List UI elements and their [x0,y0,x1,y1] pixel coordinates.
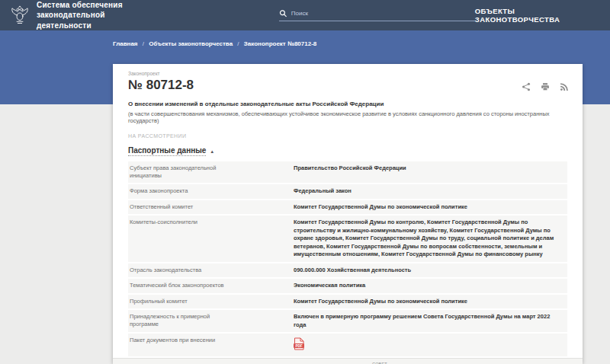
breadcrumb-separator: / [237,40,239,47]
passport-table: Субъект права законодательной инициативы… [128,161,567,358]
row-value: Комитет Государственной Думы по экономич… [294,295,567,309]
search-box[interactable] [279,9,475,21]
bill-title: О внесении изменений в отдельные законод… [128,101,567,107]
stages-section: СТАДИИ РАССМОТРЕНИЯ 1 2 3 [113,358,583,364]
row-value: Правительство Российской Федерации [294,161,567,183]
card-actions [522,82,569,91]
breadcrumb: Главная / Объекты законотворчества / Зак… [113,40,316,47]
top-header-bar: Система обеспечения законодательной деят… [0,0,610,30]
status-badge: НА РАССМОТРЕНИИ [128,133,567,139]
table-row: Принадлежность к примерной программе Вкл… [128,310,567,334]
row-label: Комитеты-соисполнители [128,216,294,262]
rss-icon[interactable] [560,82,569,91]
bill-kind-label: Законопроект [128,71,567,76]
row-label: Пакет документов при внесении [128,334,294,356]
row-value: Комитет Государственной Думы по контролю… [294,216,567,262]
site-logo-link[interactable] [9,5,30,26]
table-row: Форма законопроекта Федеральный закон [128,184,567,200]
row-value: Комитет Государственной Думы по экономич… [294,200,567,215]
row-value: 090.000.000 Хозяйственная деятельность [294,263,567,278]
table-row: Субъект права законодательной инициативы… [128,161,567,184]
row-label: Принадлежность к примерной программе [128,310,294,332]
share-icon[interactable] [522,82,531,91]
row-value: Экономическая политика [294,279,567,293]
table-row: Отрасль законодательства 090.000.000 Хоз… [128,263,567,279]
passport-section-toggle[interactable]: Паспортные данные ▲ [128,146,214,156]
breadcrumb-separator: / [143,40,144,47]
row-label: Форма законопроекта [128,184,294,199]
row-label: Ответственный комитет [128,200,294,215]
row-label: Отрасль законодательства [128,263,294,278]
pdf-document-icon[interactable]: PDF [294,337,304,350]
table-row: Пакет документов при внесении PDF [128,334,567,358]
chevron-up-icon: ▲ [210,149,214,154]
breadcrumb-current-bill: Законопроект №80712-8 [244,40,316,47]
bill-card-main: Законопроект № 80712-8 [113,64,583,358]
table-row: Тематический блок законопроектов Экономи… [128,279,567,295]
bill-card: Законопроект № 80712-8 [113,64,583,364]
table-row: Ответственный комитет Комитет Государств… [128,200,567,216]
breadcrumb-objects[interactable]: Объекты законотворчества [149,40,233,47]
breadcrumb-home[interactable]: Главная [113,40,138,47]
table-row: Профильный комитет Комитет Государственн… [128,295,567,311]
row-label: Тематический блок законопроектов [128,279,294,293]
bill-subtitle: (в части совершенствования механизмов, о… [128,110,567,124]
site-title: Система обеспечения законодательной деят… [37,0,161,30]
coat-of-arms-icon [9,5,30,26]
table-row: Комитеты-соисполнители Комитет Государст… [128,216,567,263]
row-label: Профильный комитет [128,295,294,309]
search-icon[interactable] [279,9,287,18]
row-value: Включен в примерную программу решением С… [294,310,567,332]
row-label: Субъект права законодательной инициативы [128,161,294,183]
print-icon[interactable] [541,82,550,91]
row-value: PDF [294,334,567,356]
search-input[interactable] [291,10,475,17]
nav-objects-of-lawmaking[interactable]: ОБЪЕКТЫ ЗАКОНОТВОРЧЕСТВА [475,7,601,24]
row-value: Федеральный закон [294,184,567,199]
bill-number: № 80712-8 [128,78,567,93]
passport-section-title: Паспортные данные [128,146,206,156]
svg-text:PDF: PDF [295,344,302,348]
